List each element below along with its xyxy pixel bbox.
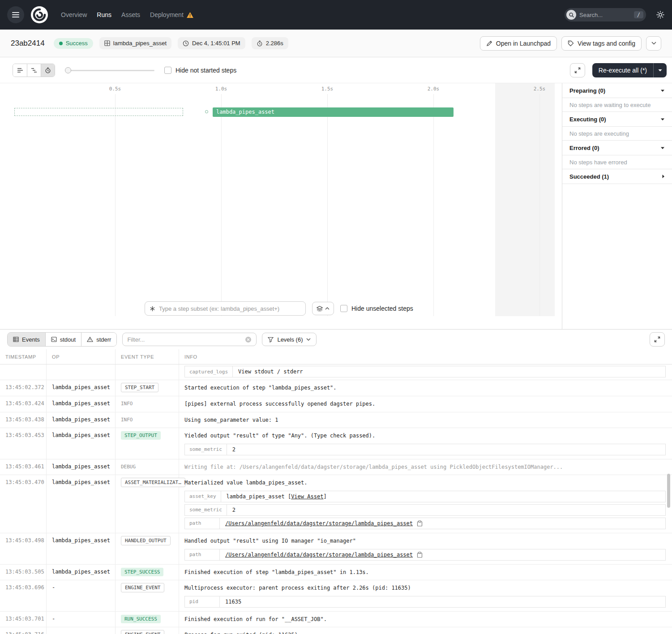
timestamp-cell: 13:45:03.461 — [0, 459, 47, 475]
menu-icon[interactable] — [7, 6, 24, 23]
dagster-logo-icon[interactable] — [30, 6, 48, 24]
flat-view-button[interactable] — [13, 64, 27, 77]
timing-view-button[interactable] — [41, 64, 55, 77]
event-type-badge: ENGINE_EVENT — [121, 630, 164, 634]
view-tags-config-button[interactable]: View tags and config — [561, 36, 642, 51]
run-header: 23ab2414 Success lambda_pipes_asset Dec … — [0, 30, 672, 57]
col-header-op: OP — [47, 349, 116, 364]
run-duration-tag: 2.286s — [252, 37, 288, 49]
gantt-fullscreen-button[interactable] — [570, 63, 585, 77]
settings-gear-icon[interactable] — [656, 10, 665, 19]
search-icon — [566, 10, 576, 20]
chevron-down-icon — [660, 89, 665, 92]
axis-gridline — [221, 94, 222, 316]
waterfall-view-button[interactable] — [27, 64, 41, 77]
metadata-link[interactable]: View Asset — [291, 493, 323, 500]
nav-item-overview[interactable]: Overview — [61, 11, 87, 18]
metadata-value: 2 — [227, 444, 665, 455]
search-input[interactable] — [579, 12, 631, 18]
op-cell — [47, 364, 116, 380]
graph-query-toggle-button[interactable] — [312, 302, 334, 315]
funnel-icon — [268, 337, 274, 343]
global-search[interactable]: / — [565, 8, 646, 21]
axis-tick-label: 1.0s — [215, 86, 227, 92]
info-cell: Yielded output "result" of type "Any". (… — [179, 428, 672, 459]
metadata-text[interactable]: View stdout / stderr — [238, 368, 303, 375]
copy-path-icon[interactable] — [417, 520, 423, 527]
col-header-timestamp: TIMESTAMP — [0, 349, 47, 364]
slider-knob[interactable] — [65, 67, 71, 73]
info-cell: Finished execution of run for "__ASSET_J… — [179, 612, 672, 627]
info-cell: Materialized value lambda_pipes_asset.as… — [179, 475, 672, 533]
hide-unselected-row: Hide unselected steps — [340, 305, 413, 312]
timestamp-cell: 13:45:03.505 — [0, 565, 47, 580]
op-name: lambda_pipes_asset — [52, 537, 110, 544]
tab-stdout[interactable]: stdout — [45, 333, 81, 346]
axis-tick-label: 2.0s — [428, 86, 440, 92]
reexecute-all-button[interactable]: Re-execute all (*) — [592, 67, 653, 74]
op-name: lambda_pipes_asset — [52, 432, 110, 438]
step-subset-input[interactable] — [159, 305, 301, 312]
status-section-empty-text: No steps are executing — [562, 127, 672, 141]
hide-not-started-checkbox[interactable] — [164, 67, 171, 74]
nav-item-assets[interactable]: Assets — [121, 11, 140, 18]
hide-not-started-label: Hide not started steps — [175, 67, 236, 74]
event-info-text: Finished execution of run for "__ASSET_J… — [184, 614, 666, 624]
status-dot-icon — [59, 42, 63, 45]
gantt-phantom-bar — [14, 108, 183, 116]
copy-path-icon[interactable] — [417, 552, 423, 558]
event-type-cell: DEBUG — [116, 459, 179, 475]
timestamp: 13:45:03.696 — [5, 584, 44, 591]
open-in-launchpad-button[interactable]: Open in Launchpad — [480, 36, 557, 51]
axis-gridline — [115, 94, 116, 316]
metadata-value: View stdout / stderr — [233, 366, 665, 377]
event-info-text: Multiprocess executor: parent process ex… — [184, 583, 666, 592]
clear-filter-icon[interactable] — [245, 336, 252, 343]
run-status-label: Success — [66, 40, 88, 47]
tab-events[interactable]: Events — [8, 333, 45, 346]
log-row: 13:45:03.461lambda_pipes_assetDEBUGWriti… — [0, 459, 672, 476]
axis-gridline — [433, 94, 434, 316]
run-id: 23ab2414 — [11, 39, 45, 48]
status-section-title: Errored (0) — [569, 145, 599, 151]
run-actions-menu-button[interactable] — [646, 36, 661, 51]
scrollbar-thumb[interactable] — [667, 474, 670, 508]
timestamp-cell: 13:45:03.498 — [0, 533, 47, 564]
run-asset-tag[interactable]: lambda_pipes_asset — [99, 37, 171, 49]
event-type-cell — [116, 364, 179, 380]
log-fullscreen-button[interactable] — [650, 332, 665, 347]
reexecute-menu-button[interactable] — [653, 63, 667, 77]
status-section-preparing[interactable]: Preparing (0) — [562, 83, 672, 98]
console-icon — [51, 337, 57, 342]
hide-unselected-checkbox[interactable] — [340, 305, 347, 312]
nav-links: OverviewRunsAssetsDeployment — [61, 11, 193, 18]
metadata-link[interactable]: /Users/alangenfeld/data/dagster/storage/… — [225, 520, 413, 527]
tab-stderr[interactable]: stderr — [81, 333, 116, 346]
metadata-text: lambda_pipes_asset — [227, 493, 285, 500]
metadata-key: some_metric — [185, 444, 227, 455]
op-cell: - — [47, 580, 116, 611]
status-section-errored[interactable]: Errored (0) — [562, 141, 672, 155]
axis-gridline — [539, 94, 540, 316]
run-datetime-tag: Dec 4, 1:45:01 PM — [178, 37, 245, 49]
levels-filter-button[interactable]: Levels (6) — [262, 333, 317, 346]
op-cell: lambda_pipes_asset — [47, 380, 116, 396]
nav-item-label: Deployment — [150, 11, 184, 18]
chevron-down-icon — [651, 42, 656, 45]
metadata-entry: asset_keylambda_pipes_asset [View Asset] — [184, 491, 666, 502]
log-row: 13:45:02.372lambda_pipes_assetSTEP_START… — [0, 380, 672, 396]
status-section-title: Executing (0) — [569, 116, 606, 123]
chevron-down-icon — [660, 118, 665, 121]
metadata-value: /Users/alangenfeld/data/dagster/storage/… — [220, 518, 665, 529]
nav-item-deployment[interactable]: Deployment — [150, 11, 193, 18]
zoom-slider[interactable] — [65, 67, 154, 73]
nav-item-runs[interactable]: Runs — [97, 11, 111, 18]
status-section-succeeded[interactable]: Succeeded (1) — [562, 169, 672, 184]
log-tab-group: Eventsstdoutstderr — [7, 332, 117, 347]
gantt-step-bar[interactable]: lambda_pipes_asset — [213, 107, 454, 117]
op-cell: lambda_pipes_asset — [47, 396, 116, 412]
log-filter-input[interactable] — [127, 336, 241, 343]
op-name: - — [52, 584, 55, 591]
metadata-link[interactable]: /Users/alangenfeld/data/dagster/storage/… — [225, 552, 413, 558]
status-section-executing[interactable]: Executing (0) — [562, 112, 672, 127]
